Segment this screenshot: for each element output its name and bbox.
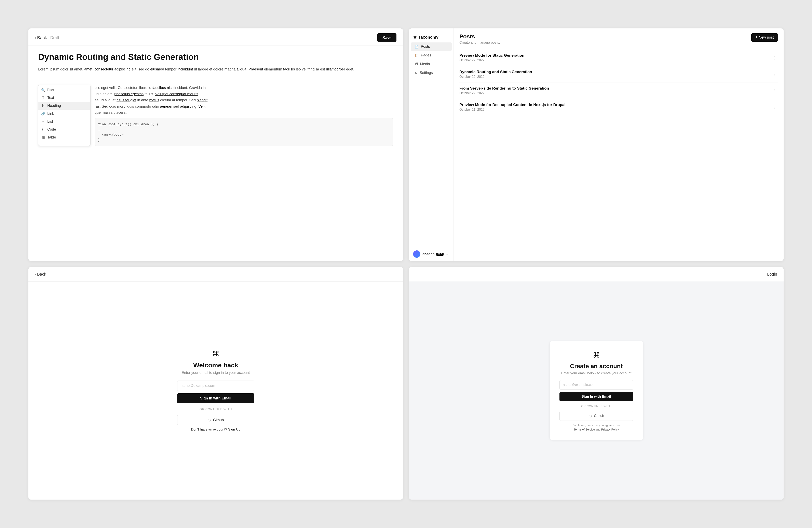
github-button[interactable]: ⊙ Github bbox=[177, 415, 255, 425]
post-info-2: Dynamic Routing and Static Generation Oc… bbox=[459, 70, 532, 79]
link-eiusmod[interactable]: eiusmod bbox=[150, 67, 164, 71]
post-info-3: From Server-side Rendering to Static Gen… bbox=[459, 86, 549, 95]
posts-icon: 📄 bbox=[415, 45, 419, 48]
link-volutpat[interactable]: Volutpat consequat mauris bbox=[155, 92, 198, 96]
editor-header: ‹ Back Draft Save bbox=[28, 28, 403, 45]
dropdown-item-code[interactable]: {} Code bbox=[38, 126, 90, 133]
signin-back-button[interactable]: ‹ Back bbox=[35, 272, 396, 276]
editor-title: Dynamic Routing and Static Generation bbox=[38, 52, 393, 62]
code-block: tion RootLayout({ children }) { , <en></… bbox=[95, 118, 393, 146]
search-icon: 🔍 bbox=[41, 88, 45, 92]
cms-sidebar-title: ⌘ Taxonomy bbox=[409, 32, 453, 42]
create-body: ⌘ Create an account Enter your email bel… bbox=[409, 282, 784, 500]
post-menu-button-1[interactable]: ⋮ bbox=[771, 54, 778, 61]
dropdown-item-list[interactable]: ≡ List bbox=[38, 118, 90, 126]
privacy-policy-link[interactable]: Privacy Policy bbox=[601, 428, 619, 431]
avatar bbox=[413, 251, 420, 258]
code-icon: {} bbox=[41, 128, 45, 131]
signin-panel: ‹ Back ⌘ Welcome back Enter your email t… bbox=[28, 267, 403, 500]
signin-submit-button[interactable]: Sign In with Email bbox=[177, 394, 255, 403]
post-date-2: October 22, 2022 bbox=[459, 75, 532, 79]
save-button[interactable]: Save bbox=[377, 33, 396, 42]
link-metus[interactable]: metus bbox=[149, 98, 159, 102]
link-ullamcorper[interactable]: ullamcorper bbox=[326, 67, 345, 71]
sidebar-item-pages[interactable]: 📋 Pages bbox=[411, 51, 452, 59]
signin-header: ‹ Back bbox=[28, 267, 403, 282]
link-blandit[interactable]: blandit bbox=[197, 98, 207, 102]
post-menu-button-2[interactable]: ⋮ bbox=[771, 71, 778, 77]
draft-badge: Draft bbox=[50, 35, 59, 40]
create-card: ⌘ Create an account Enter your email bel… bbox=[550, 341, 643, 440]
dropdown-item-text[interactable]: T Text bbox=[38, 94, 90, 102]
create-logo-icon: ⌘ bbox=[593, 351, 600, 359]
filter-input[interactable] bbox=[47, 88, 87, 92]
editor-right-content: elis eget velit. Consectetur libero id f… bbox=[95, 85, 393, 146]
toolbar-drag-icon[interactable]: ⠿ bbox=[45, 76, 51, 82]
post-title-3: From Server-side Rendering to Static Gen… bbox=[459, 86, 549, 90]
link-consectetur[interactable]: consectetur adipiscing bbox=[95, 67, 131, 71]
sidebar-item-settings[interactable]: ⚙ Settings bbox=[411, 69, 452, 77]
post-title-2: Dynamic Routing and Static Generation bbox=[459, 70, 532, 74]
link-velit[interactable]: Velit bbox=[198, 104, 205, 109]
link-facilisis[interactable]: facilisis bbox=[283, 67, 295, 71]
link-aenean[interactable]: aenean bbox=[160, 104, 172, 109]
post-menu-button-3[interactable]: ⋮ bbox=[771, 87, 778, 94]
taxonomy-icon: ⌘ bbox=[413, 35, 417, 40]
heading-label: Heading bbox=[47, 103, 61, 108]
signin-title: Welcome back bbox=[193, 361, 238, 369]
divider-line-left bbox=[177, 409, 197, 409]
cms-sidebar: ⌘ Taxonomy 📄 Posts 📋 Pages 🖼 Media ⚙ Set… bbox=[409, 28, 454, 261]
terms-and: and bbox=[596, 428, 600, 431]
footer-menu-button[interactable]: ⋯ bbox=[446, 252, 450, 256]
editor-content-area: 🔍 T Text H Heading 🔗 Link bbox=[38, 85, 393, 146]
login-link[interactable]: Login bbox=[767, 272, 777, 276]
dropdown-item-heading[interactable]: H Heading bbox=[38, 102, 90, 110]
new-post-button[interactable]: + New post bbox=[751, 33, 778, 42]
back-chevron-icon: ‹ bbox=[35, 272, 37, 276]
editor-body: Dynamic Routing and Static Generation Lo… bbox=[28, 45, 403, 152]
post-item-4: Preview Mode for Decoupled Content in Ne… bbox=[459, 99, 778, 115]
create-github-button[interactable]: ⊙ Github bbox=[560, 411, 633, 421]
create-email-input[interactable] bbox=[560, 380, 633, 389]
post-title-4: Preview Mode for Decoupled Content in Ne… bbox=[459, 102, 566, 107]
link-amet[interactable]: amet bbox=[84, 67, 92, 71]
link-icon: 🔗 bbox=[41, 112, 45, 116]
settings-nav-label: Settings bbox=[420, 71, 433, 75]
post-menu-button-4[interactable]: ⋮ bbox=[771, 104, 778, 110]
back-button[interactable]: ‹ Back bbox=[35, 35, 47, 40]
settings-icon: ⚙ bbox=[415, 71, 418, 75]
pages-icon: 📋 bbox=[415, 53, 419, 57]
link-risus[interactable]: risus feugiat bbox=[117, 98, 136, 102]
signin-logo-icon: ⌘ bbox=[212, 350, 219, 358]
sidebar-item-media[interactable]: 🖼 Media bbox=[411, 60, 452, 68]
link-phasellus[interactable]: phasellus egestas bbox=[114, 92, 144, 96]
link-incididunt[interactable]: incididunt bbox=[177, 67, 193, 71]
signin-subtitle: Enter your email to sign in to your acco… bbox=[182, 371, 250, 375]
sidebar-item-posts[interactable]: 📄 Posts bbox=[411, 42, 452, 51]
cms-main-subtitle: Create and manage posts. bbox=[459, 41, 500, 45]
pages-nav-label: Pages bbox=[421, 53, 431, 57]
code-label: Code bbox=[47, 127, 56, 132]
editor-header-left: ‹ Back Draft bbox=[35, 35, 59, 40]
toolbar-add-icon[interactable]: + bbox=[38, 76, 44, 82]
terms-of-service-link[interactable]: Terms of Service bbox=[574, 428, 595, 431]
create-divider-line-right bbox=[614, 406, 633, 406]
editor-toolbar-row: + ⠿ bbox=[38, 76, 393, 82]
email-input[interactable] bbox=[177, 381, 255, 391]
create-divider-text: OR CONTINUE WITH bbox=[581, 404, 611, 408]
divider-text: OR CONTINUE WITH bbox=[200, 408, 232, 411]
cms-main: Posts Create and manage posts. + New pos… bbox=[454, 28, 784, 261]
dropdown-item-table[interactable]: ▦ Table bbox=[38, 133, 90, 141]
link-adipiscing[interactable]: adipiscing bbox=[180, 104, 196, 109]
user-info: shadcn PRO bbox=[422, 252, 444, 256]
posts-nav-label: Posts bbox=[421, 44, 430, 49]
create-submit-button[interactable]: Sign In with Email bbox=[560, 392, 633, 401]
dropdown-item-link[interactable]: 🔗 Link bbox=[38, 110, 90, 118]
link-aliqua[interactable]: aliqua bbox=[237, 67, 246, 71]
create-title: Create an account bbox=[570, 363, 623, 370]
link-faucibus[interactable]: faucibus bbox=[152, 86, 166, 90]
link-praesent[interactable]: Praesent bbox=[248, 67, 263, 71]
signup-link[interactable]: Don't have an account? Sign Up bbox=[191, 427, 240, 431]
link-nisl[interactable]: nisl bbox=[167, 86, 172, 90]
cms-footer: shadcn PRO ⋯ bbox=[409, 247, 454, 261]
